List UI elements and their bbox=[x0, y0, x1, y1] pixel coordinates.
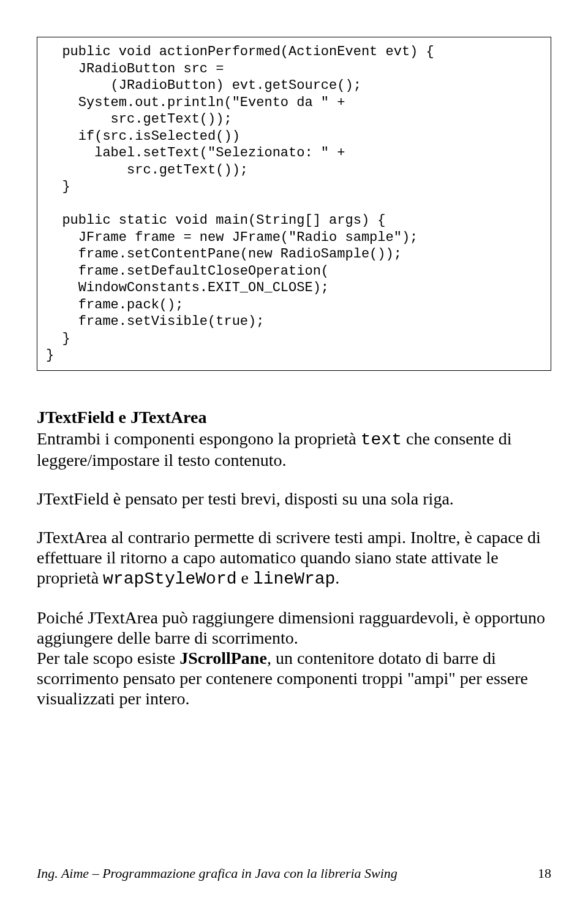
code-line: WindowConstants.EXIT_ON_CLOSE); bbox=[46, 280, 329, 295]
paragraph: Poiché JTextArea può raggiungere dimensi… bbox=[37, 607, 551, 709]
text: Poiché JTextArea può raggiungere dimensi… bbox=[37, 608, 545, 647]
footer-text: Ing. Aime – Programmazione grafica in Ja… bbox=[37, 866, 398, 881]
code-line: frame.setDefaultCloseOperation( bbox=[46, 264, 329, 279]
page-footer: Ing. Aime – Programmazione grafica in Ja… bbox=[37, 866, 551, 881]
page-number: 18 bbox=[538, 866, 551, 881]
code-line: src.getText()); bbox=[46, 162, 248, 178]
code-line: } bbox=[46, 331, 70, 346]
code-line: (JRadioButton) evt.getSource(); bbox=[46, 78, 361, 93]
code-line: JFrame frame = new JFrame("Radio sample"… bbox=[46, 230, 418, 245]
code-line: JRadioButton src = bbox=[46, 61, 224, 77]
inline-code: lineWrap bbox=[253, 569, 335, 588]
code-line: frame.pack(); bbox=[46, 297, 183, 313]
code-line: frame.setVisible(true); bbox=[46, 314, 264, 329]
text: e bbox=[237, 568, 253, 587]
code-line: label.setText("Selezionato: " + bbox=[46, 145, 345, 161]
text: Entrambi i componenti espongono la propr… bbox=[37, 429, 361, 448]
code-block: public void actionPerformed(ActionEvent … bbox=[37, 37, 551, 371]
paragraph: JTextField è pensato per testi brevi, di… bbox=[37, 489, 551, 509]
bold-text: JScrollPane bbox=[179, 649, 267, 668]
code-line: src.getText()); bbox=[46, 112, 232, 127]
text: . bbox=[335, 568, 339, 587]
text: Per tale scopo esiste bbox=[37, 649, 179, 668]
code-line: System.out.println("Evento da " + bbox=[46, 95, 345, 110]
paragraph: JTextArea al contrario permette di scriv… bbox=[37, 527, 551, 589]
code-line: } bbox=[46, 348, 54, 363]
code-line: } bbox=[46, 179, 70, 194]
paragraph: Entrambi i componenti espongono la propr… bbox=[37, 428, 551, 470]
code-line: if(src.isSelected()) bbox=[46, 129, 240, 144]
inline-code: text bbox=[361, 430, 402, 449]
section-heading: JTextField e JTextArea bbox=[37, 408, 551, 427]
code-line: frame.setContentPane(new RadioSample()); bbox=[46, 246, 402, 262]
code-line: public static void main(String[] args) { bbox=[46, 213, 386, 228]
inline-code: wrapStyleWord bbox=[103, 569, 236, 588]
code-line: public void actionPerformed(ActionEvent … bbox=[46, 44, 434, 59]
